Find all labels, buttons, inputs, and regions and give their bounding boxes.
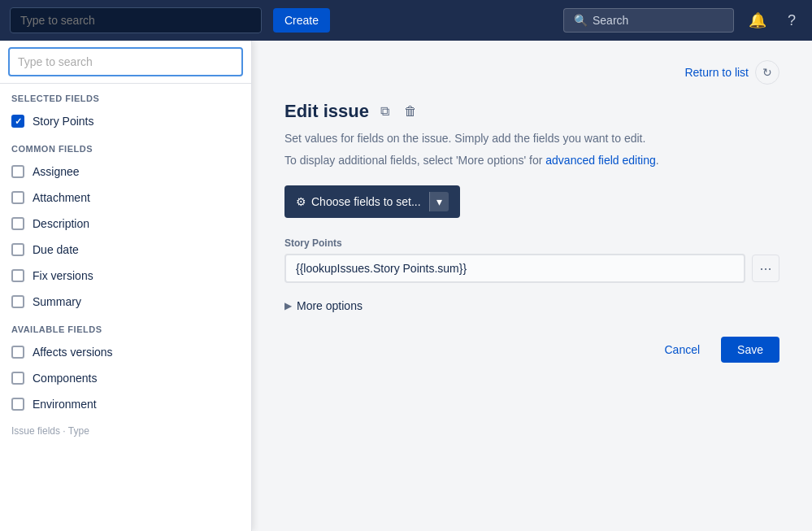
field-label-components: Components — [33, 372, 97, 385]
field-label-summary: Summary — [33, 295, 81, 308]
edit-issue-title-text: Edit issue — [284, 101, 369, 122]
field-sections: SELECTED FIELDSStory PointsCOMMON FIELDS… — [0, 84, 251, 417]
field-search-input[interactable] — [8, 47, 243, 76]
field-item-assignee[interactable]: Assignee — [0, 159, 251, 185]
panel-bottom-hint: Issue fields · Type — [0, 417, 251, 445]
field-label-fix-versions: Fix versions — [33, 269, 93, 282]
gear-icon: ⚙ — [296, 195, 306, 208]
field-label-description: Description — [33, 217, 89, 230]
field-checkbox-description[interactable] — [11, 217, 24, 230]
action-buttons: Cancel Save — [284, 337, 779, 363]
field-label-affects-versions: Affects versions — [33, 346, 113, 359]
field-label-assignee: Assignee — [33, 165, 80, 178]
choose-fields-label: Choose fields to set... — [311, 195, 421, 208]
edit-issue-desc2: To display additional fields, select 'Mo… — [284, 152, 779, 169]
field-checkbox-due-date[interactable] — [11, 243, 24, 256]
edit-issue-desc1: Set values for fields on the issue. Simp… — [284, 130, 779, 147]
story-points-more-button[interactable]: ··· — [752, 255, 779, 282]
save-button[interactable]: Save — [721, 337, 779, 363]
help-button[interactable]: ? — [781, 9, 802, 33]
return-to-list-link[interactable]: Return to list — [684, 66, 749, 79]
desc2-prefix: To display additional fields, select 'Mo… — [284, 154, 545, 167]
field-checkbox-story-points[interactable] — [11, 115, 24, 128]
field-item-description[interactable]: Description — [0, 211, 251, 237]
story-points-input-row: ··· — [284, 254, 779, 283]
field-checkbox-components[interactable] — [11, 372, 24, 385]
field-item-fix-versions[interactable]: Fix versions — [0, 263, 251, 289]
delete-button[interactable]: 🗑 — [401, 102, 420, 120]
field-item-affects-versions[interactable]: Affects versions — [0, 339, 251, 365]
edit-issue-header: Edit issue ⧉ 🗑 — [284, 101, 779, 122]
section-label-available-fields: AVAILABLE FIELDS — [0, 315, 251, 339]
field-panel: SELECTED FIELDSStory PointsCOMMON FIELDS… — [0, 41, 252, 531]
story-points-input[interactable] — [284, 254, 745, 283]
navbar-search-input[interactable] — [10, 7, 262, 33]
section-label-selected-fields: SELECTED FIELDS — [0, 84, 251, 108]
main-area: SELECTED FIELDSStory PointsCOMMON FIELDS… — [0, 41, 812, 531]
choose-fields-button[interactable]: ⚙ Choose fields to set... ▾ — [284, 185, 460, 218]
create-button[interactable]: Create — [273, 8, 330, 33]
field-search-wrap — [0, 41, 251, 84]
field-item-story-points[interactable]: Story Points — [0, 108, 251, 134]
field-label-due-date: Due date — [33, 243, 79, 256]
field-item-due-date[interactable]: Due date — [0, 237, 251, 263]
field-item-components[interactable]: Components — [0, 365, 251, 391]
return-link-row: Return to list ↻ — [284, 60, 779, 85]
field-checkbox-environment[interactable] — [11, 398, 24, 411]
navbar: Create 🔍 Search 🔔 ? — [0, 0, 812, 41]
advanced-field-editing-link[interactable]: advanced field editing — [545, 154, 655, 167]
cancel-button[interactable]: Cancel — [651, 337, 713, 363]
field-label-environment: Environment — [33, 398, 97, 411]
field-checkbox-summary[interactable] — [11, 295, 24, 308]
more-options-chevron-icon: ▶ — [284, 300, 292, 311]
field-item-summary[interactable]: Summary — [0, 289, 251, 315]
refresh-button[interactable]: ↻ — [755, 60, 779, 85]
more-options-label: More options — [297, 299, 363, 312]
field-label-story-points: Story Points — [33, 115, 93, 128]
desc2-suffix: . — [656, 154, 659, 167]
navbar-search-label: Search — [593, 14, 628, 27]
field-checkbox-assignee[interactable] — [11, 165, 24, 178]
field-label-attachment: Attachment — [33, 191, 90, 204]
field-item-environment[interactable]: Environment — [0, 391, 251, 417]
choose-fields-dropdown-icon[interactable]: ▾ — [429, 192, 449, 211]
search-icon: 🔍 — [574, 14, 588, 27]
field-checkbox-fix-versions[interactable] — [11, 269, 24, 282]
notification-button[interactable]: 🔔 — [742, 8, 773, 33]
content-area: Return to list ↻ Edit issue ⧉ 🗑 Set valu… — [252, 41, 812, 531]
field-item-attachment[interactable]: Attachment — [0, 185, 251, 211]
field-checkbox-attachment[interactable] — [11, 191, 24, 204]
navbar-search-right[interactable]: 🔍 Search — [563, 8, 734, 33]
field-checkbox-affects-versions[interactable] — [11, 346, 24, 359]
section-label-common-fields: COMMON FIELDS — [0, 134, 251, 159]
copy-button[interactable]: ⧉ — [377, 102, 393, 120]
story-points-label: Story Points — [284, 237, 779, 249]
story-points-field-block: Story Points ··· — [284, 237, 779, 283]
more-options-row[interactable]: ▶ More options — [284, 299, 779, 312]
